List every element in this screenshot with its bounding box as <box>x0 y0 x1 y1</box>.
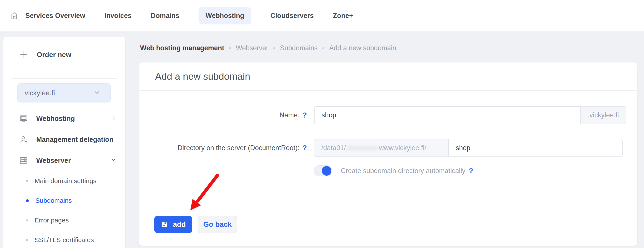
sidebar-subitem-error-pages[interactable]: Error pages <box>3 210 125 230</box>
sidebar-subitem-label: Subdomains <box>36 197 72 204</box>
home-icon <box>10 12 18 20</box>
chevron-down-icon <box>93 89 101 97</box>
breadcrumb-separator-dot <box>229 47 231 49</box>
breadcrumb-separator-dot <box>322 47 324 49</box>
redacted-blur: xxxxxxxxx <box>346 144 379 152</box>
domain-select[interactable]: vickylee.fi <box>17 83 111 102</box>
nav-label: Cloudservers <box>270 12 314 20</box>
go-back-button[interactable]: Go back <box>198 216 237 233</box>
go-back-button-label: Go back <box>203 220 232 228</box>
order-new-label: Order new <box>37 51 71 59</box>
nav-item-services-overview[interactable]: Services Overview <box>10 12 85 20</box>
breadcrumb-root: Web hosting management <box>140 44 224 52</box>
sidebar-subitem-label: Main domain settings <box>34 177 96 185</box>
sidebar-item-management-delegation[interactable]: Management delegation <box>3 129 125 150</box>
sidebar-subitem-main-domain-settings[interactable]: Main domain settings <box>3 171 125 191</box>
documentroot-prefix-readonly: /data01/ xxxxxxxxx www.vickylee.fi/ <box>314 139 448 157</box>
sidebar-item-label: Webhosting <box>36 115 75 122</box>
toggle-knob <box>322 166 332 176</box>
breadcrumb-item-add-new-subdomain: Add a new subdomain <box>329 44 396 52</box>
sidebar-divider <box>12 78 117 79</box>
sidebar-menu: Webhosting Management delegation <box>3 108 125 248</box>
nav-item-zone-plus[interactable]: Zone+ <box>333 12 353 20</box>
nav-label: Domains <box>151 12 179 20</box>
bullet-icon <box>26 180 28 182</box>
page-title: Add a new subdomain <box>139 62 637 91</box>
plus-icon <box>19 50 28 59</box>
sidebar-subitem-label: SSL/TLS certificates <box>34 236 94 244</box>
create-directory-toggle[interactable] <box>314 166 332 176</box>
nav-item-webhosting-active[interactable]: Webhosting <box>198 7 251 24</box>
nav-label: Zone+ <box>333 12 353 20</box>
chevron-down-icon <box>110 157 116 164</box>
breadcrumb-item-subdomains[interactable]: Subdomains <box>280 44 318 52</box>
subdomain-name-input[interactable]: shop <box>314 106 580 124</box>
sidebar-item-label: Webserver <box>36 157 71 164</box>
nav-item-cloudservers[interactable]: Cloudservers <box>270 12 314 20</box>
domain-select-value: vickylee.fi <box>25 89 55 97</box>
documentroot-label-group: Directory on the server (DocumentRoot): … <box>139 139 307 157</box>
nav-label: Invoices <box>104 12 132 20</box>
name-row: Name: ? shop .vickylee.fi <box>139 106 637 124</box>
sidebar-subitem-subdomains-active[interactable]: Subdomains <box>3 191 125 210</box>
nav-label: Services Overview <box>25 12 85 20</box>
sidebar-subitem-label: Error pages <box>34 216 69 224</box>
domain-suffix-addon: .vickylee.fi <box>580 106 626 124</box>
sidebar: Order new vickylee.fi Webhosting <box>3 37 125 248</box>
sidebar-subitem-ssl-tls-certificates[interactable]: SSL/TLS certificates <box>3 230 125 248</box>
form-footer: add Go back <box>139 203 637 246</box>
help-icon[interactable]: ? <box>302 111 307 119</box>
documentroot-prefix-start: /data01/ <box>321 144 346 152</box>
nav-item-domains[interactable]: Domains <box>151 12 179 20</box>
top-nav: Services Overview Invoices Domains Webho… <box>0 0 644 32</box>
sidebar-item-webhosting[interactable]: Webhosting <box>3 108 125 129</box>
help-icon[interactable]: ? <box>469 167 473 175</box>
documentroot-row: Directory on the server (DocumentRoot): … <box>139 139 637 157</box>
breadcrumb-separator-dot <box>273 47 275 49</box>
nav-label: Webhosting <box>206 12 244 20</box>
documentroot-label: Directory on the server (DocumentRoot): <box>178 144 300 152</box>
add-button[interactable]: add <box>154 216 192 233</box>
subdomain-form: Name: ? shop .vickylee.fi Directory on t… <box>139 91 637 203</box>
help-icon[interactable]: ? <box>302 144 307 152</box>
breadcrumb: Web hosting management Webserver Subdoma… <box>140 43 396 53</box>
documentroot-prefix-end: www.vickylee.fi/ <box>379 144 426 152</box>
monitor-icon <box>19 114 28 123</box>
add-button-label: add <box>173 220 186 228</box>
documentroot-dir-input[interactable]: shop <box>448 139 622 157</box>
sidebar-item-webserver[interactable]: Webserver <box>3 150 125 171</box>
toggle-label: Create subdomain directory automatically <box>341 167 465 175</box>
bullet-icon <box>26 199 29 202</box>
name-label-group: Name: ? <box>139 106 307 124</box>
bullet-icon <box>26 220 28 221</box>
server-stack-icon <box>19 156 28 165</box>
save-icon <box>161 221 168 228</box>
bullet-icon <box>26 239 28 241</box>
create-directory-toggle-row: Create subdomain directory automatically… <box>314 166 474 176</box>
add-subdomain-card: Add a new subdomain Name: ? shop .vickyl… <box>139 62 637 246</box>
person-plus-icon <box>19 135 28 144</box>
sidebar-item-label: Management delegation <box>36 136 114 144</box>
order-new-button[interactable]: Order new <box>19 47 125 62</box>
name-label: Name: <box>280 111 300 119</box>
nav-item-invoices[interactable]: Invoices <box>104 12 132 20</box>
breadcrumb-item-webserver[interactable]: Webserver <box>236 44 268 52</box>
chevron-right-icon <box>111 115 116 122</box>
